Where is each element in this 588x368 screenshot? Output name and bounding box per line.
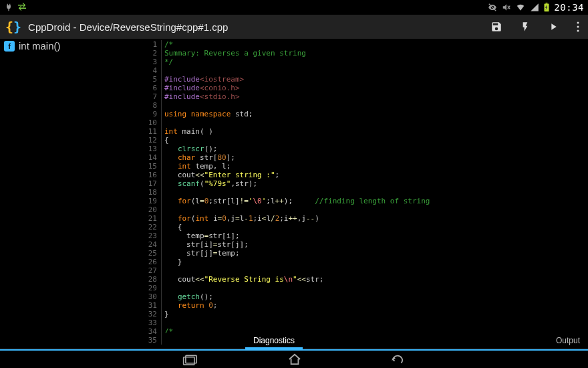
code-line[interactable]: cout<<"Reverse String is\n"<<str; xyxy=(164,275,588,284)
line-number: 24 xyxy=(134,240,162,249)
structure-item-label: int main() xyxy=(19,40,61,52)
battery-icon xyxy=(543,3,550,12)
line-number-gutter: 1234567891011121314151617181920212223242… xyxy=(134,39,162,333)
line-number: 12 xyxy=(134,136,162,145)
line-number: 20 xyxy=(134,205,162,214)
code-line[interactable]: #include<iostream> xyxy=(164,75,588,84)
mute-icon xyxy=(502,3,511,12)
code-line[interactable]: } xyxy=(164,258,588,266)
line-number: 14 xyxy=(134,153,162,162)
code-line[interactable] xyxy=(164,284,588,292)
code-line[interactable]: int temp, l; xyxy=(164,162,588,171)
recent-apps-button[interactable] xyxy=(182,353,200,365)
line-number: 32 xyxy=(134,310,162,318)
line-number: 21 xyxy=(134,214,162,223)
code-line[interactable]: getch(); xyxy=(164,292,588,301)
status-right: 20:34 xyxy=(487,2,584,13)
line-number: 29 xyxy=(134,284,162,292)
android-statusbar: 20:34 xyxy=(0,0,588,15)
app-logo-icon: {} xyxy=(5,19,21,35)
code-line[interactable]: temp=str[i]; xyxy=(164,232,588,240)
signal-icon xyxy=(530,3,539,12)
code-line[interactable]: int main( ) xyxy=(164,127,588,136)
structure-item-main[interactable]: f int main() xyxy=(0,39,134,53)
code-line[interactable]: clrscr(); xyxy=(164,145,588,153)
overflow-menu-button[interactable] xyxy=(576,21,580,33)
code-line[interactable]: /* xyxy=(164,327,588,333)
code-line[interactable] xyxy=(164,118,588,127)
code-line[interactable]: Summary: Reverses a given string xyxy=(164,49,588,58)
code-line[interactable] xyxy=(164,266,588,275)
code-line[interactable] xyxy=(164,188,588,197)
line-number: 30 xyxy=(134,292,162,301)
code-line[interactable]: #include<conio.h> xyxy=(164,84,588,92)
line-number: 11 xyxy=(134,127,162,136)
code-line[interactable]: cout<<"Enter string :"; xyxy=(164,171,588,179)
line-number: 1 xyxy=(134,40,162,49)
line-number: 15 xyxy=(134,162,162,171)
code-line[interactable] xyxy=(164,205,588,214)
code-line[interactable]: { xyxy=(164,136,588,145)
eye-off-icon xyxy=(487,3,498,12)
line-number: 9 xyxy=(134,110,162,118)
svg-point-3 xyxy=(577,26,579,28)
line-number: 13 xyxy=(134,145,162,153)
tab-output[interactable]: Output xyxy=(548,333,588,348)
save-button[interactable] xyxy=(490,21,502,33)
code-line[interactable]: /* xyxy=(164,40,588,49)
svg-rect-1 xyxy=(546,3,548,3)
code-line[interactable]: str[i]=str[j]; xyxy=(164,240,588,249)
run-button[interactable] xyxy=(548,21,559,33)
code-line[interactable]: for(l=0;str[l]!='\0';l++); //finding len… xyxy=(164,197,588,205)
line-number: 25 xyxy=(134,249,162,258)
svg-point-2 xyxy=(577,22,579,24)
code-line[interactable]: char str[80]; xyxy=(164,153,588,162)
line-number: 33 xyxy=(134,318,162,327)
line-number: 17 xyxy=(134,179,162,188)
code-line[interactable]: */ xyxy=(164,58,588,66)
flash-button[interactable] xyxy=(520,21,531,33)
code-line[interactable]: return 0; xyxy=(164,301,588,310)
line-number: 28 xyxy=(134,275,162,284)
code-editor[interactable]: /*Summary: Reverses a given string*/#inc… xyxy=(162,39,588,333)
appbar: {} CppDroid - Device/ReverseString#cpp#1… xyxy=(0,15,588,39)
code-line[interactable]: scanf("%79s",str); xyxy=(164,179,588,188)
line-number: 31 xyxy=(134,301,162,310)
home-button[interactable] xyxy=(287,353,303,365)
structure-panel[interactable]: f int main() xyxy=(0,39,134,333)
code-line[interactable]: for(int i=0,j=l-1;i<l/2;i++,j--) xyxy=(164,214,588,223)
code-line[interactable] xyxy=(164,66,588,75)
line-number: 4 xyxy=(134,66,162,75)
tab-diagnostics[interactable]: Diagnostics xyxy=(245,333,303,348)
line-number: 16 xyxy=(134,171,162,179)
code-line[interactable] xyxy=(164,101,588,110)
line-number: 22 xyxy=(134,223,162,232)
line-number: 3 xyxy=(134,58,162,66)
code-line[interactable] xyxy=(164,318,588,327)
back-button[interactable] xyxy=(390,353,406,365)
app-title: CppDroid - Device/ReverseString#cpp#1.cp… xyxy=(28,21,484,33)
code-line[interactable]: } xyxy=(164,310,588,318)
plug-icon xyxy=(4,3,13,12)
line-number: 7 xyxy=(134,92,162,101)
line-number: 10 xyxy=(134,118,162,127)
code-line[interactable]: using namespace std; xyxy=(164,110,588,118)
line-number: 26 xyxy=(134,258,162,266)
code-line[interactable]: #include<stdio.h> xyxy=(164,92,588,101)
code-line[interactable]: { xyxy=(164,223,588,232)
line-number: 2 xyxy=(134,49,162,58)
line-number: 5 xyxy=(134,75,162,84)
line-number: 19 xyxy=(134,197,162,205)
status-time: 20:34 xyxy=(554,2,584,13)
line-number: 18 xyxy=(134,188,162,197)
line-number: 8 xyxy=(134,101,162,110)
code-line[interactable]: str[j]=temp; xyxy=(164,249,588,258)
wifi-icon xyxy=(515,3,526,12)
svg-point-4 xyxy=(577,30,579,32)
line-number: 6 xyxy=(134,84,162,92)
line-number: 27 xyxy=(134,266,162,275)
bottom-tab-bar: Diagnostics Output xyxy=(0,333,588,349)
android-navbar xyxy=(0,351,588,368)
line-number: 23 xyxy=(134,232,162,240)
workspace: f int main() 123456789101112131415161718… xyxy=(0,39,588,333)
